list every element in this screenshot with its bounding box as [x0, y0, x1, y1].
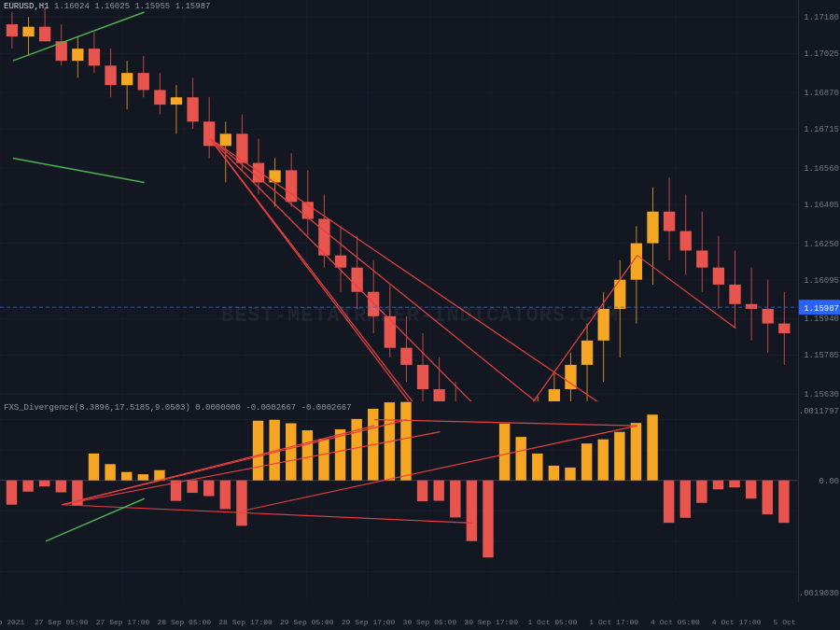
chart-title: EURUSD,H1 1.16024 1.16025 1.15955 1.1598…	[4, 2, 210, 11]
symbol-label: EURUSD,H1	[4, 2, 49, 11]
x-axis	[0, 611, 798, 630]
indicator-chart-canvas	[0, 401, 798, 602]
y-axis-indicator-canvas	[799, 401, 840, 602]
chart-container: BEST-METATRADER-INDICATORS.COM EURUSD,H1…	[0, 0, 840, 630]
y-axis-indicator	[798, 401, 840, 602]
y-axis-main-canvas	[799, 0, 840, 401]
y-axis-main	[798, 0, 840, 401]
x-axis-canvas	[0, 611, 798, 630]
main-chart-canvas	[0, 0, 798, 401]
indicator-title: FXS_Divergence(8.3896,17.5185,9.0503) 0.…	[4, 403, 352, 413]
price-display: 1.16024 1.16025 1.15955 1.15987	[54, 2, 210, 11]
